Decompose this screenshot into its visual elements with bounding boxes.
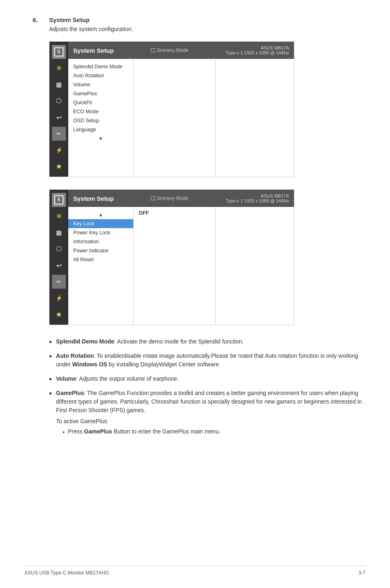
osd-main-bottom: System Setup Scenery Mode ASUS MB17A Typ…: [68, 190, 294, 325]
scenery-checkbox-top: [151, 48, 155, 52]
osd-menu-col-bottom: ▲ Key Lock Power Key Lock Information Po…: [68, 207, 134, 325]
footer-left: ASUS USB Type-C Monitor MB17AHG: [25, 570, 109, 576]
sidebar-s-icon-b[interactable]: S: [52, 193, 66, 207]
menu-item-autorotation[interactable]: Auto Rotation: [68, 71, 133, 80]
osd-center-bottom: Scenery Mode: [151, 195, 188, 201]
bullet-volume-term: Volume: [56, 375, 76, 382]
menu-item-powerkeylock[interactable]: Power Key Lock: [68, 228, 133, 237]
sidebar-bar-icon[interactable]: ▦: [52, 78, 66, 92]
osd-extra-col-bottom: [216, 207, 294, 325]
bullet-splendid: • Splendid Demo Mode: Activate the demo …: [49, 337, 365, 346]
menu-item-information[interactable]: Information: [68, 237, 133, 246]
menu-item-powerindicator[interactable]: Power Indicator: [68, 246, 133, 255]
sidebar-sun-icon-b[interactable]: ✳: [52, 209, 66, 223]
osd-sidebar-bottom: S ✳ ▦ 🖵 ↩ ✂ ⚡ ★: [49, 190, 68, 325]
section-title: System Setup: [49, 16, 90, 23]
bullet-autorotation-term: Auto Rotation: [56, 352, 94, 359]
osd-title-top: System Setup: [73, 47, 114, 54]
bullet-volume: • Volume: Adjusts the output volume of e…: [49, 375, 365, 383]
menu-item-gameplus[interactable]: GamePlus: [68, 89, 133, 98]
feature-list: • Splendid Demo Mode: Activate the demo …: [49, 337, 365, 437]
arrow-up: ▲: [68, 210, 133, 219]
sidebar-loop-icon-b[interactable]: ↩: [52, 258, 66, 272]
sidebar-star-icon[interactable]: ★: [52, 159, 66, 173]
osd-value-col-top: [134, 59, 216, 177]
menu-item-quickfit[interactable]: QuickFit: [68, 98, 133, 107]
menu-item-splendid[interactable]: Splendid Demo Mode: [68, 62, 133, 71]
gameplus-subintro: To active GamePlus:: [56, 417, 365, 426]
osd-value-col-bottom: OFF: [134, 207, 216, 325]
osd-box-bottom: S ✳ ▦ 🖵 ↩ ✂ ⚡ ★ System Setup Scenery M: [49, 189, 294, 325]
osd-right-bottom: ASUS MB17A Type-c 1 1920 x 1080 @ 144Hz: [226, 193, 289, 203]
osd-box-top: S ✳ ▦ 🖵 ↩ ✂ ⚡ ★ System Setup Scenery M: [49, 41, 294, 177]
keylock-value: OFF: [139, 210, 149, 216]
bullet-gameplus-term: GamePlus: [56, 390, 84, 396]
osd-sidebar-top: S ✳ ▦ 🖵 ↩ ✂ ⚡ ★: [49, 42, 68, 177]
bullet-gameplus: • GamePlus: The GamePlus Function provid…: [49, 389, 365, 437]
sidebar-s-icon[interactable]: S: [52, 45, 66, 59]
menu-item-allreset[interactable]: All Reset: [68, 255, 133, 264]
section-number: 6.: [33, 16, 49, 23]
osd-menu-col-top: Splendid Demo Mode Auto Rotation Volume …: [68, 59, 134, 177]
sidebar-sun-icon[interactable]: ✳: [52, 61, 66, 75]
arrow-down: ▼: [68, 134, 133, 143]
osd-header-top: System Setup Scenery Mode ASUS MB17A Typ…: [68, 42, 294, 59]
menu-item-ecomode[interactable]: ECO Mode: [68, 107, 133, 116]
osd-title-bottom: System Setup: [73, 195, 114, 202]
osd-center-top: Scenery Mode: [151, 47, 188, 53]
windows-os-bold: Windows OS: [72, 361, 107, 368]
sidebar-monitor-icon[interactable]: 🖵: [52, 94, 66, 108]
sidebar-loop-icon[interactable]: ↩: [52, 110, 66, 124]
sidebar-tool-icon-b[interactable]: ✂: [52, 275, 66, 289]
gameplus-subbullets: • Press GamePlus Button to enter the Gam…: [63, 427, 365, 437]
osd-content-top: Splendid Demo Mode Auto Rotation Volume …: [68, 59, 294, 177]
section-intro: Adjusts the system configuration.: [49, 26, 365, 32]
footer-right: 3-7: [359, 570, 365, 576]
menu-item-volume[interactable]: Volume: [68, 80, 133, 89]
osd-right-top: ASUS MB17A Type-c 1 1920 x 1080 @ 144Hz: [226, 45, 289, 55]
sub-bullet-gameplus-button: • Press GamePlus Button to enter the Gam…: [63, 427, 365, 437]
bullet-splendid-term: Splendid Demo Mode: [56, 338, 114, 345]
bullet-autorotation: • Auto Rotation: To enable/disable rotat…: [49, 352, 365, 369]
osd-content-bottom: ▲ Key Lock Power Key Lock Information Po…: [68, 207, 294, 325]
footer: ASUS USB Type-C Monitor MB17AHG 3-7: [25, 566, 365, 576]
sidebar-bar-icon-b[interactable]: ▦: [52, 226, 66, 240]
menu-item-osdsetup[interactable]: OSD Setup: [68, 116, 133, 125]
menu-item-language[interactable]: Language: [68, 125, 133, 134]
sidebar-star-icon-b[interactable]: ★: [52, 307, 66, 321]
osd-header-bottom: System Setup Scenery Mode ASUS MB17A Typ…: [68, 190, 294, 207]
scenery-checkbox-bottom: [151, 196, 155, 200]
menu-item-keylock[interactable]: Key Lock: [68, 219, 133, 228]
osd-extra-col-top: [216, 59, 294, 177]
sidebar-tool-icon[interactable]: ✂: [52, 127, 66, 141]
sidebar-monitor-icon-b[interactable]: 🖵: [52, 242, 66, 256]
sidebar-lightning-icon[interactable]: ⚡: [52, 143, 66, 157]
osd-main-top: System Setup Scenery Mode ASUS MB17A Typ…: [68, 42, 294, 177]
sidebar-lightning-icon-b[interactable]: ⚡: [52, 291, 66, 305]
